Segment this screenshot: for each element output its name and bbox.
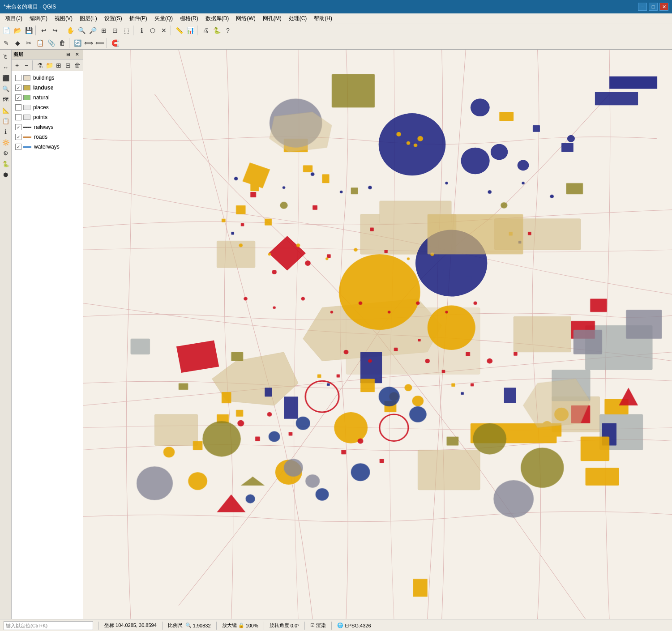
layer-item-waterways[interactable]: waterways — [12, 142, 83, 152]
zoom-in-button[interactable]: 🔍 — [76, 25, 87, 36]
svg-rect-29 — [504, 388, 516, 403]
layer-checkbox-natural[interactable] — [15, 94, 21, 101]
menu-layer[interactable]: 图层(L) — [76, 14, 101, 23]
add-layer-button[interactable]: + — [13, 61, 21, 70]
zoom-selection-button[interactable]: ⬚ — [121, 25, 132, 36]
layer-item-landuse[interactable]: landuse — [12, 83, 83, 93]
minimize-button[interactable]: − — [638, 3, 647, 11]
left-tool-10[interactable]: ⚙ — [1, 148, 11, 158]
layer-diagram-button[interactable]: 📊 — [185, 25, 196, 36]
layer-item-roads[interactable]: roads — [12, 132, 83, 142]
menu-edit[interactable]: 编辑(E) — [26, 14, 51, 23]
snap-button[interactable]: 🧲 — [110, 38, 120, 48]
left-tool-1[interactable]: 🖱 — [1, 51, 11, 61]
left-tool-4[interactable]: 🔍 — [1, 84, 11, 94]
menu-database[interactable]: 数据库(D) — [202, 14, 233, 23]
svg-point-134 — [311, 172, 315, 176]
zoom-out-button[interactable]: 🔎 — [87, 25, 98, 36]
digitize-button[interactable]: ✎ — [1, 38, 12, 48]
flip-h-button[interactable]: ⟺ — [83, 38, 94, 48]
maximize-button[interactable]: □ — [649, 3, 658, 11]
render-checkbox[interactable]: ☑ — [310, 622, 315, 628]
titlebar-controls: − □ ✕ — [638, 3, 668, 11]
crs-display[interactable]: 🌐 EPSG:4326 — [337, 622, 371, 628]
layer-checkbox-landuse[interactable] — [15, 85, 21, 91]
map-area[interactable] — [83, 50, 672, 619]
identify-button[interactable]: ℹ — [136, 25, 147, 36]
layer-checkbox-places[interactable] — [15, 104, 21, 111]
left-tool-5[interactable]: 🗺 — [1, 94, 11, 104]
main-content: 🖱 ↔ ⬛ 🔍 🗺 📐 📋 ℹ 🔆 ⚙ 🐍 ⬢ 图层 ⊟ ✕ + — [0, 50, 672, 619]
expand-all-button[interactable]: ⊞ — [54, 61, 63, 70]
close-button[interactable]: ✕ — [659, 3, 668, 11]
menu-web[interactable]: 网络(W) — [232, 14, 259, 23]
rotate-button[interactable]: 🔄 — [72, 38, 83, 48]
layers-panel-close[interactable]: ✕ — [73, 51, 81, 59]
left-tool-8[interactable]: ℹ — [1, 127, 11, 136]
collapse-all-button[interactable]: ⊟ — [64, 61, 73, 70]
measure-button[interactable]: 📏 — [174, 25, 184, 36]
node-button[interactable]: ◆ — [12, 38, 23, 48]
svg-point-43 — [396, 132, 401, 136]
zoom-full-button[interactable]: ⊞ — [98, 25, 109, 36]
layer-item-natural[interactable]: natural — [12, 93, 83, 102]
layer-checkbox-railways[interactable] — [15, 124, 21, 130]
menu-help[interactable]: 帮助(H) — [310, 14, 336, 23]
left-tool-2[interactable]: ↔ — [1, 62, 11, 72]
group-layer-button[interactable]: 📁 — [45, 61, 54, 70]
menu-plugins[interactable]: 插件(P) — [126, 14, 151, 23]
layer-icon-natural — [23, 95, 30, 100]
crs-value: EPSG:4326 — [345, 623, 371, 628]
left-tool-6[interactable]: 📐 — [1, 105, 11, 115]
paste-button[interactable]: 📎 — [46, 38, 56, 48]
pan-button[interactable]: ✋ — [65, 25, 76, 36]
flip-v-button[interactable]: ⟸ — [94, 38, 105, 48]
deselect-button[interactable]: ✕ — [158, 25, 169, 36]
delete-button[interactable]: 🗑 — [57, 38, 68, 48]
layer-checkbox-points[interactable] — [15, 114, 21, 120]
layer-item-buildings[interactable]: buildings — [12, 73, 83, 83]
left-tool-9[interactable]: 🔆 — [1, 137, 11, 147]
layer-item-railways[interactable]: railways — [12, 122, 83, 132]
new-project-button[interactable]: 📄 — [1, 25, 12, 36]
left-tool-3[interactable]: ⬛ — [1, 73, 11, 83]
menu-view[interactable]: 视图(V) — [51, 14, 76, 23]
layer-checkbox-waterways[interactable] — [15, 144, 21, 150]
copy-button[interactable]: 📋 — [34, 38, 45, 48]
menu-processing[interactable]: 处理(C) — [285, 14, 311, 23]
help-button[interactable]: ? — [223, 25, 233, 36]
layer-icon-roads — [23, 136, 31, 138]
open-project-button[interactable]: 📂 — [12, 25, 23, 36]
svg-point-86 — [368, 359, 372, 363]
remove-group-button[interactable]: 🗑 — [73, 61, 82, 70]
layer-checkbox-roads[interactable] — [15, 134, 21, 140]
menu-mesh[interactable]: 网孔(M) — [259, 14, 285, 23]
svg-point-107 — [202, 421, 241, 457]
redo-button[interactable]: ↪ — [50, 25, 60, 36]
coordinate-search-input[interactable] — [4, 621, 93, 630]
layers-panel: 图层 ⊟ ✕ + − ⚗ 📁 ⊞ ⊟ 🗑 — [12, 50, 83, 619]
svg-point-19 — [491, 144, 508, 160]
print-button[interactable]: 🖨 — [200, 25, 211, 36]
layers-panel-undock[interactable]: ⊟ — [64, 51, 72, 59]
layer-checkbox-buildings[interactable] — [15, 75, 21, 81]
menu-raster[interactable]: 栅格(R) — [176, 14, 202, 23]
python-button[interactable]: 🐍 — [211, 25, 222, 36]
left-tool-7[interactable]: 📋 — [1, 116, 11, 126]
menu-project[interactable]: 项目(J) — [2, 14, 26, 23]
zoom-layer-button[interactable]: ⊡ — [110, 25, 120, 36]
filter-layer-button[interactable]: ⚗ — [35, 61, 44, 70]
layer-item-points[interactable]: points — [12, 112, 83, 122]
menu-settings[interactable]: 设置(S) — [101, 14, 126, 23]
cut-button[interactable]: ✂ — [23, 38, 34, 48]
svg-point-126 — [137, 466, 173, 500]
left-tool-12[interactable]: ⬢ — [1, 170, 11, 179]
remove-layer-button[interactable]: − — [22, 61, 31, 70]
menu-vector[interactable]: 矢量(Q) — [151, 14, 176, 23]
layer-item-places[interactable]: places — [12, 102, 83, 112]
select-button[interactable]: ⬡ — [147, 25, 158, 36]
save-project-button[interactable]: 💾 — [23, 25, 34, 36]
undo-button[interactable]: ↩ — [39, 25, 49, 36]
layer-name-natural: natural — [33, 94, 50, 101]
left-tool-11[interactable]: 🐍 — [1, 159, 11, 169]
